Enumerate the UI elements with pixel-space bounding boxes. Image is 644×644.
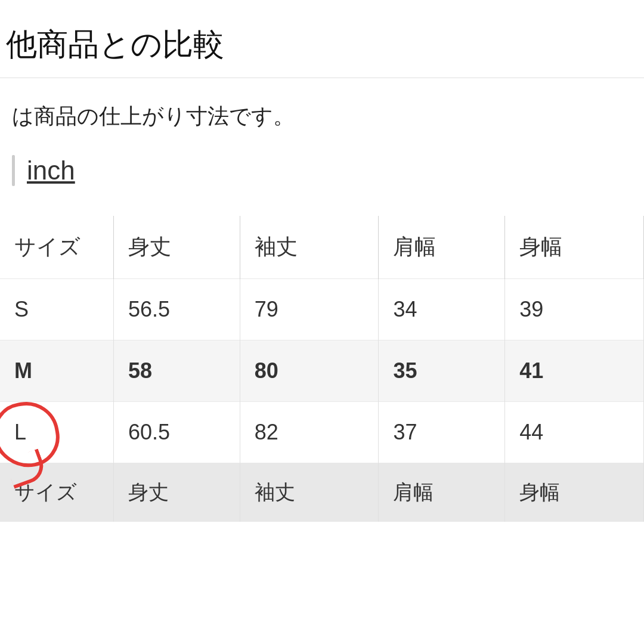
header-body: 身丈 — [114, 216, 240, 279]
cell-body-s: 56.5 — [114, 279, 240, 340]
bottom-header-size: サイズ — [0, 463, 114, 522]
subtitle: は商品の仕上がり寸法です。 — [0, 90, 644, 149]
cell-sleeve-m: 80 — [240, 340, 379, 402]
table-row: L 60.5 82 37 44 — [0, 402, 644, 463]
size-l-label: L — [14, 420, 26, 444]
cell-body-m: 58 — [114, 340, 240, 402]
header-sleeve: 袖丈 — [240, 216, 379, 279]
cell-sleeve-s: 79 — [240, 279, 379, 340]
bottom-header-body: 身丈 — [114, 463, 240, 522]
cell-chest-l: 44 — [505, 402, 644, 463]
cell-size-s: S — [0, 279, 114, 340]
cell-sleeve-l: 82 — [240, 402, 379, 463]
table-row: S 56.5 79 34 39 — [0, 279, 644, 340]
cell-shoulder-m: 35 — [379, 340, 505, 402]
page-container: 他商品との比較 は商品の仕上がり寸法です。 inch サイズ 身丈 袖丈 肩幅 … — [0, 0, 644, 522]
cell-chest-m: 41 — [505, 340, 644, 402]
header-size: サイズ — [0, 216, 114, 279]
inch-link[interactable]: inch — [27, 156, 75, 185]
bottom-header-chest: 身幅 — [505, 463, 644, 522]
l-cell-wrapper: L — [14, 420, 26, 445]
size-table: サイズ 身丈 袖丈 肩幅 身幅 S 56.5 79 34 39 M 58 80 … — [0, 216, 644, 522]
cell-shoulder-l: 37 — [379, 402, 505, 463]
cell-size-m: M — [0, 340, 114, 402]
bottom-header-sleeve: 袖丈 — [240, 463, 379, 522]
section-title: 他商品との比較 — [0, 24, 644, 78]
cell-shoulder-s: 34 — [379, 279, 505, 340]
unit-toggle: inch — [0, 149, 644, 204]
cell-size-l: L — [0, 402, 114, 463]
header-chest: 身幅 — [505, 216, 644, 279]
table-row: M 58 80 35 41 — [0, 340, 644, 402]
cell-chest-s: 39 — [505, 279, 644, 340]
header-shoulder: 肩幅 — [379, 216, 505, 279]
cell-body-l: 60.5 — [114, 402, 240, 463]
bottom-header-shoulder: 肩幅 — [379, 463, 505, 522]
bottom-header-row: サイズ 身丈 袖丈 肩幅 身幅 — [0, 463, 644, 522]
table-header-row: サイズ 身丈 袖丈 肩幅 身幅 — [0, 216, 644, 279]
red-circle-annotation — [0, 397, 64, 472]
unit-divider — [12, 155, 15, 186]
